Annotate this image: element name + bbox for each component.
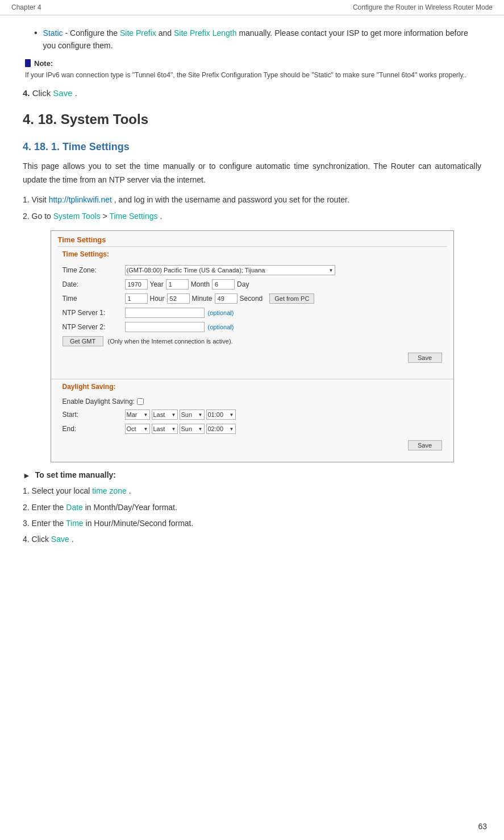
instruction-2: 2. Enter the Date in Month/Day/Year form…	[23, 501, 481, 514]
end-week-select-wrapper[interactable]: Last	[152, 424, 178, 434]
save-button-1[interactable]: Save	[408, 353, 442, 363]
ntp2-optional: (optional)	[208, 324, 234, 330]
ui-box-title: Time Settings	[51, 231, 453, 246]
tplinkwifi-link[interactable]: http://tplinkwifi.net	[49, 195, 112, 204]
start-time-select[interactable]: 01:00	[206, 409, 236, 420]
ntp1-input[interactable]	[125, 308, 205, 318]
bullet-text2: and	[159, 28, 174, 38]
arrow-symbol: ►	[23, 471, 31, 480]
end-day-select[interactable]: Sun	[180, 424, 205, 434]
instruction-1: 1. Select your local time zone .	[23, 485, 481, 497]
end-day-select-wrapper[interactable]: Sun	[180, 424, 205, 434]
time-settings-section-label: Time Settings:	[51, 247, 453, 260]
enable-daylight-row: Enable Daylight Saving:	[63, 398, 442, 405]
daylight-section: Daylight Saving: Enable Daylight Saving:…	[51, 379, 453, 462]
manual-time-label: To set time manually:	[35, 470, 116, 479]
date-label: Date:	[63, 280, 125, 288]
timezone-label: Time Zone:	[63, 266, 125, 274]
instr3-suffix: in Hour/Minute/Second format.	[86, 519, 194, 528]
hour-unit: Hour	[150, 295, 165, 303]
ui-box: Time Settings Time Settings: Time Zone: …	[51, 230, 454, 462]
end-week-select[interactable]: Last	[152, 424, 178, 434]
minute-unit: Minute	[192, 295, 213, 303]
ntp2-row: NTP Server 2: (optional)	[63, 322, 442, 332]
instr2-link: Date	[66, 503, 83, 512]
page-number: 63	[478, 822, 487, 831]
start-week-select[interactable]: Last	[152, 409, 178, 420]
time-hour-input[interactable]	[125, 293, 148, 304]
get-gmt-button[interactable]: Get GMT	[63, 336, 103, 346]
save-button-2[interactable]: Save	[408, 440, 442, 450]
timezone-row: Time Zone: (GMT-08:00) Pacific Time (US …	[63, 265, 442, 275]
end-label: End:	[63, 425, 125, 433]
date-day-input[interactable]	[212, 279, 235, 289]
page-header: Chapter 4 Configure the Router in Wirele…	[0, 0, 504, 15]
start-day-select[interactable]: Sun	[180, 409, 205, 420]
end-month-select-wrapper[interactable]: Oct	[125, 424, 150, 434]
time-settings-link: Time Settings	[109, 212, 157, 221]
note-icon	[25, 59, 31, 67]
instr1-num: 1.	[23, 486, 30, 495]
month-unit: Month	[191, 280, 210, 288]
instr3-link: Time	[66, 519, 84, 528]
time-label: Time	[63, 295, 125, 303]
numbered-item-1: 1. Visit http://tplinkwifi.net , and log…	[23, 193, 481, 206]
step4-num: 4.	[23, 88, 30, 98]
end-month-select[interactable]: Oct	[125, 424, 150, 434]
step1-text2: , and log in with the username and passw…	[114, 195, 349, 204]
date-row: Date: Year Month Day	[63, 279, 442, 289]
start-month-select[interactable]: Mar	[125, 409, 150, 420]
site-prefix-link: Site Prefix	[120, 28, 156, 38]
start-month-select-wrapper[interactable]: Mar	[125, 409, 150, 420]
ntp2-label: NTP Server 2:	[63, 323, 125, 331]
save-row-2: Save	[63, 438, 442, 455]
ntp1-optional: (optional)	[208, 309, 234, 316]
year-unit: Year	[150, 280, 164, 288]
section-418-title: 4. 18. System Tools	[23, 111, 481, 130]
system-tools-link: System Tools	[53, 212, 101, 221]
manual-time-section: ► To set time manually:	[23, 470, 481, 480]
bullet-text: Static - Configure the Site Prefix and S…	[43, 27, 481, 52]
numbered-item-2: 2. Go to System Tools > Time Settings .	[23, 210, 481, 222]
page-section-label: Configure the Router in Wireless Router …	[353, 3, 493, 11]
instr4-suffix: .	[72, 535, 74, 544]
date-year-input[interactable]	[125, 279, 148, 289]
daylight-form: Enable Daylight Saving: Start: Mar Last	[51, 393, 453, 462]
ntp2-input[interactable]	[125, 322, 205, 332]
timezone-select[interactable]: (GMT-08:00) Pacific Time (US & Canada); …	[125, 265, 335, 275]
ntp1-row: NTP Server 1: (optional)	[63, 308, 442, 318]
get-from-pc-button[interactable]: Get from PC	[269, 293, 314, 304]
start-day-select-wrapper[interactable]: Sun	[180, 409, 205, 420]
note-body: If your IPv6 wan connection type is "Tun…	[25, 70, 481, 80]
step4-save: Save	[53, 88, 72, 98]
step4-section: 4. Click Save .	[23, 88, 481, 98]
ntp1-label: NTP Server 1:	[63, 309, 125, 317]
chapter-label: Chapter 4	[11, 3, 41, 11]
time-second-input[interactable]	[215, 293, 238, 304]
daylight-end-row: End: Oct Last Sun	[63, 424, 442, 434]
enable-daylight-checkbox[interactable]	[137, 398, 144, 405]
step2-text3: .	[160, 212, 162, 221]
date-month-input[interactable]	[166, 279, 189, 289]
day-unit: Day	[237, 280, 249, 288]
instr2-text: Enter the	[32, 503, 66, 512]
step2-text2: >	[103, 212, 110, 221]
bullet-dot: •	[34, 28, 38, 38]
get-gmt-note: (Only when the Internet connection is ac…	[108, 338, 233, 345]
time-row: Time Hour Minute Second Get from PC	[63, 293, 442, 304]
instr4-text: Click	[32, 535, 51, 544]
end-time-select[interactable]: 02:00	[206, 424, 236, 434]
step4-text: Click	[32, 88, 53, 98]
instr2-num: 2.	[23, 503, 30, 512]
time-minute-input[interactable]	[167, 293, 190, 304]
start-time-select-wrapper[interactable]: 01:00	[206, 409, 236, 420]
end-time-select-wrapper[interactable]: 02:00	[206, 424, 236, 434]
instr2-suffix: in Month/Day/Year format.	[85, 503, 177, 512]
start-week-select-wrapper[interactable]: Last	[152, 409, 178, 420]
daylight-label: Daylight Saving:	[51, 379, 453, 393]
enable-daylight-label: Enable Daylight Saving:	[63, 398, 135, 405]
second-unit: Second	[240, 295, 263, 303]
instruction-3: 3. Enter the Time in Hour/Minute/Second …	[23, 517, 481, 529]
timezone-select-wrapper[interactable]: (GMT-08:00) Pacific Time (US & Canada); …	[125, 265, 335, 275]
instruction-4: 4. Click Save .	[23, 533, 481, 545]
